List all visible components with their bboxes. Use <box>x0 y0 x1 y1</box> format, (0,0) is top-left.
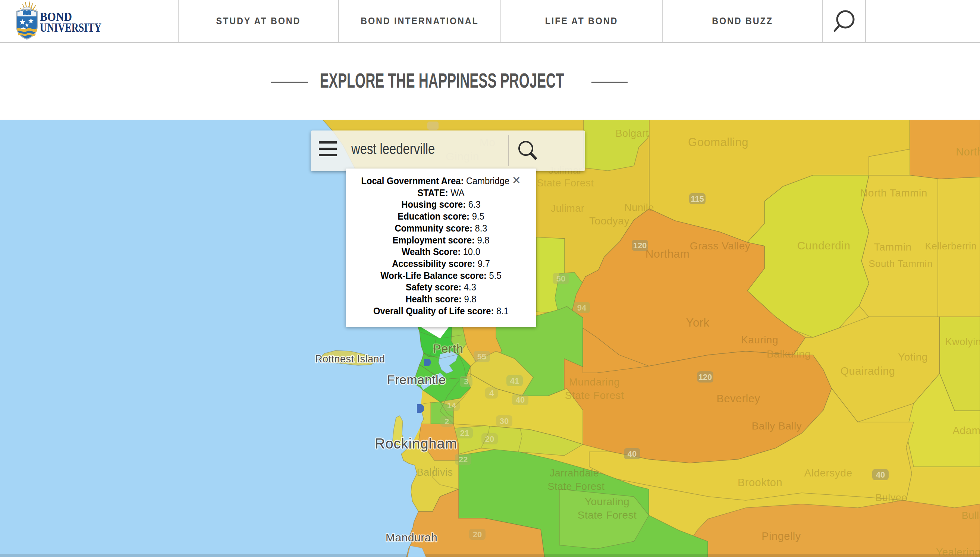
svg-text:Northam: Northam <box>646 248 690 260</box>
svg-text:40: 40 <box>876 470 885 479</box>
svg-text:Yealering: Yealering <box>936 546 980 557</box>
svg-text:Nunile: Nunile <box>624 202 654 213</box>
svg-text:4: 4 <box>489 388 494 398</box>
svg-text:Mundaring: Mundaring <box>569 376 620 388</box>
svg-text:State Forest: State Forest <box>578 509 637 521</box>
svg-text:120: 120 <box>698 373 712 382</box>
svg-text:Balkuling: Balkuling <box>767 348 811 360</box>
svg-text:115: 115 <box>690 194 704 204</box>
svg-text:Kauring: Kauring <box>741 334 778 345</box>
svg-text:North Tammin: North Tammin <box>860 187 928 199</box>
svg-text:Goomalling: Goomalling <box>688 136 749 149</box>
svg-text:Tammin: Tammin <box>874 241 912 253</box>
svg-text:Bally Bally: Bally Bally <box>752 420 802 432</box>
svg-text:Kellerberrin: Kellerberrin <box>925 241 977 252</box>
svg-text:Bulyee: Bulyee <box>875 492 907 503</box>
svg-text:Bulla: Bulla <box>962 510 980 521</box>
svg-text:21: 21 <box>460 428 469 438</box>
svg-text:41: 41 <box>510 376 519 386</box>
svg-text:Rottnest Island: Rottnest Island <box>315 353 385 365</box>
svg-text:Quairading: Quairading <box>840 365 895 377</box>
svg-text:Cunderdin: Cunderdin <box>797 239 851 252</box>
svg-text:Fremantle: Fremantle <box>387 373 446 387</box>
svg-text:40: 40 <box>628 449 637 459</box>
svg-text:Yoting: Yoting <box>898 351 928 363</box>
svg-text:Beverley: Beverley <box>717 393 760 404</box>
svg-text:North: North <box>956 146 980 158</box>
svg-text:UNIVERSITY: UNIVERSITY <box>40 21 101 34</box>
svg-text:State Forest: State Forest <box>565 389 624 401</box>
svg-text:50: 50 <box>557 274 565 283</box>
svg-text:30: 30 <box>500 417 509 426</box>
svg-text:Aldersyde: Aldersyde <box>804 467 852 479</box>
svg-text:Perth: Perth <box>433 342 463 355</box>
svg-text:Youraling: Youraling <box>585 496 630 507</box>
svg-text:Baldivis: Baldivis <box>417 467 453 478</box>
svg-text:2: 2 <box>444 417 449 426</box>
svg-text:120: 120 <box>633 241 647 250</box>
svg-text:Brookton: Brookton <box>737 476 782 489</box>
svg-text:Adam: Adam <box>952 425 980 436</box>
svg-text:20: 20 <box>473 530 482 539</box>
svg-text:Julimar: Julimar <box>551 203 585 214</box>
svg-text:40: 40 <box>516 395 525 404</box>
svg-text:York: York <box>686 316 710 329</box>
svg-text:Jarrahdale: Jarrahdale <box>550 467 599 479</box>
svg-text:Rockingham: Rockingham <box>375 436 457 451</box>
svg-text:20: 20 <box>485 434 494 444</box>
svg-text:94: 94 <box>577 303 586 313</box>
svg-text:Bolgart: Bolgart <box>615 128 648 139</box>
svg-text:Mandurah: Mandurah <box>386 531 438 544</box>
svg-text:State Forest: State Forest <box>537 178 594 189</box>
svg-text:South Tammin: South Tammin <box>869 258 933 269</box>
svg-text:State Forest: State Forest <box>547 481 604 492</box>
svg-text:Toodyay: Toodyay <box>589 215 630 227</box>
svg-text:Kwolyin: Kwolyin <box>945 336 980 347</box>
svg-text:22: 22 <box>459 455 468 464</box>
svg-text:55: 55 <box>477 352 486 361</box>
svg-text:Pingelly: Pingelly <box>762 530 801 542</box>
svg-text:Grass Valley: Grass Valley <box>690 240 750 252</box>
svg-text:3: 3 <box>464 377 468 386</box>
